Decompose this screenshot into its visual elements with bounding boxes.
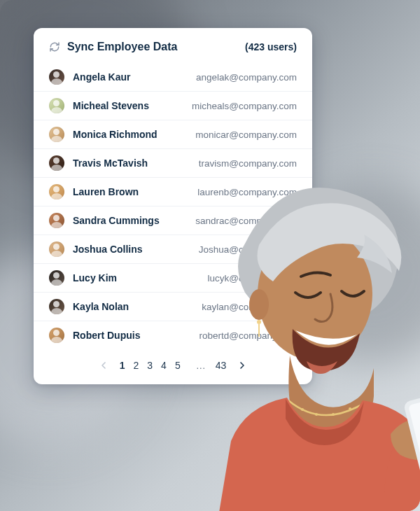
employee-row[interactable]: Travis McTavishtravism@company.com (34, 149, 312, 178)
employee-name: Micheal Stevens (73, 100, 183, 111)
svg-rect-7 (403, 392, 420, 477)
svg-rect-8 (408, 398, 420, 472)
user-count: (423 users) (245, 41, 297, 52)
page-number[interactable]: 5 (174, 360, 182, 371)
page-ellipsis: … (195, 360, 207, 371)
employee-name: Monica Richmond (73, 129, 187, 140)
employee-list: Angela Kaurangelak@company.comMicheal St… (34, 63, 312, 349)
employee-name: Kayla Nolan (73, 301, 193, 312)
avatar (49, 98, 64, 113)
avatar (49, 270, 64, 286)
pagination: 12345 … 43 (34, 349, 312, 376)
employee-name: Sandra Cummings (73, 215, 187, 226)
svg-point-3 (301, 408, 304, 411)
employee-email: monicar@company.com (195, 130, 297, 140)
employee-row[interactable]: Monica Richmondmonicar@company.com (34, 120, 312, 149)
employee-email: micheals@company.com (192, 101, 297, 111)
avatar (49, 127, 64, 142)
page-number[interactable]: 3 (146, 360, 154, 371)
employee-name: Lauren Brown (73, 186, 189, 197)
avatar (49, 69, 64, 85)
employee-row[interactable]: Angela Kaurangelak@company.com (34, 63, 312, 92)
svg-point-6 (349, 407, 351, 410)
employee-row[interactable]: Micheal Stevensmicheals@company.com (34, 92, 312, 120)
employee-name: Travis McTavish (73, 158, 190, 169)
sync-icon (49, 41, 60, 52)
page-number[interactable]: 1 (118, 360, 127, 371)
employee-name: Angela Kaur (73, 71, 188, 83)
page-prev-button[interactable] (96, 358, 111, 373)
page-last[interactable]: 43 (214, 360, 228, 371)
avatar (49, 328, 64, 343)
employee-name: Robert Dupuis (73, 330, 190, 341)
page-number[interactable]: 2 (132, 360, 141, 371)
employee-email: angelak@company.com (196, 72, 297, 83)
employee-row[interactable]: Lauren Brownlaurenb@company.com (34, 178, 312, 206)
employee-email: robertd@company.com (199, 330, 297, 341)
employee-name: Joshua Collins (73, 244, 190, 255)
employee-row[interactable]: Sandra Cummingssandrac@company.com (34, 206, 312, 235)
employee-email: Joshua@company.com (199, 244, 297, 255)
employee-email: kaylan@company.com (202, 302, 297, 312)
employee-name: Lucy Kim (73, 272, 200, 284)
page-number[interactable]: 4 (160, 360, 168, 371)
employee-email: lucyk@company.com (208, 273, 298, 284)
avatar (49, 241, 64, 257)
svg-point-5 (332, 413, 335, 416)
employee-row[interactable]: Robert Dupuisrobertd@company.com (34, 321, 312, 349)
page-next-button[interactable] (234, 358, 250, 373)
avatar (49, 299, 64, 314)
panel-header: Sync Employee Data (423 users) (34, 41, 312, 63)
employee-row[interactable]: Joshua CollinsJoshua@company.com (34, 235, 312, 264)
avatar (49, 155, 64, 171)
avatar (49, 213, 64, 228)
sync-employee-panel: Sync Employee Data (423 users) Angela Ka… (34, 28, 312, 384)
panel-title: Sync Employee Data (67, 41, 238, 53)
employee-email: laurenb@company.com (197, 187, 297, 197)
employee-row[interactable]: Lucy Kimlucyk@company.com (34, 264, 312, 293)
employee-email: travism@company.com (199, 158, 297, 169)
svg-point-4 (315, 413, 318, 416)
employee-row[interactable]: Kayla Nolankaylan@company.com (34, 293, 312, 321)
avatar (49, 184, 64, 200)
employee-email: sandrac@company.com (195, 216, 297, 226)
